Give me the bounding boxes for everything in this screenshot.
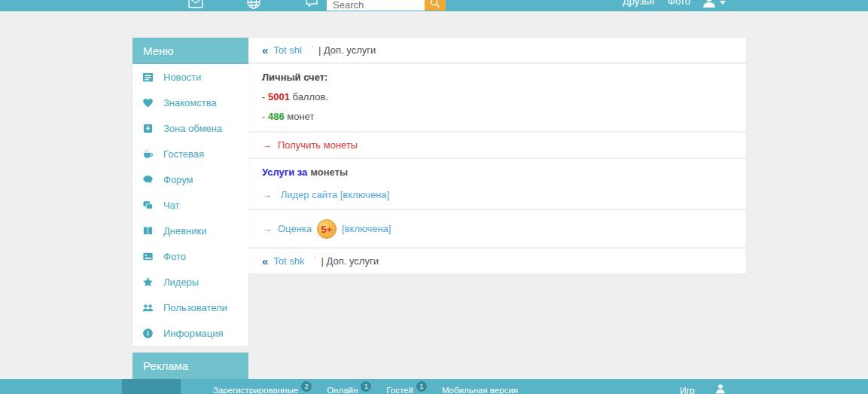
coins-value: 486 (268, 111, 285, 122)
sidebar-item-label: Лидеры (163, 276, 199, 288)
chat-bubble-icon[interactable] (304, 0, 321, 14)
footer-stat-registered[interactable]: Зарегистрированные 2 (213, 379, 312, 394)
chat-icon (142, 200, 155, 211)
services-title: Услуги замонеты (262, 166, 732, 179)
content-card: « Tot shl ` | Доп. услуги Личный счет: -… (248, 38, 746, 273)
sidebar-item-label: Гостевая (163, 148, 204, 160)
user-icon (702, 0, 716, 8)
sidebar-item-information[interactable]: Информация (132, 320, 248, 346)
sidebar-item-label: Фото (163, 251, 186, 262)
sidebar-item-label: Дневники (163, 225, 207, 237)
footer-stat-online[interactable]: Онлайн 1 (327, 379, 371, 394)
back-icon[interactable]: « (262, 44, 268, 57)
globe-icon[interactable] (245, 0, 262, 14)
sidebar-item-label: Пользователи (163, 302, 227, 313)
arrow-icon: → (262, 189, 272, 200)
sidebar-item-exchange[interactable]: Зона обмена (132, 115, 248, 141)
sidebar-item-users[interactable]: Пользователи (132, 295, 248, 320)
sidebar-item-guestbook[interactable]: Гостевая (132, 141, 248, 166)
account-title: Личный счет: (262, 72, 732, 84)
footer-games-link[interactable]: Игр (680, 386, 695, 394)
coin-services-section: Услуги замонеты → Лидер сайта [включена] (248, 159, 746, 210)
footer-stat-guests[interactable]: Гостей 1 (386, 379, 427, 394)
news-icon (142, 72, 155, 83)
site-leader-line: → Лидер сайта [включена] (262, 189, 732, 201)
count-badge: 1 (361, 381, 371, 392)
rating-status-link[interactable]: [включена] (342, 223, 391, 234)
search-button[interactable] (425, 0, 446, 11)
points-line: - 5001 баллов. (262, 91, 732, 103)
mail-icon[interactable] (187, 0, 204, 14)
sidebar-item-label: Знакомства (163, 97, 217, 108)
sidebar-item-forum[interactable]: Форум (132, 166, 248, 192)
breadcrumb-bottom: « Tot shk ` | Доп. услуги (248, 249, 746, 273)
sidebar-item-news[interactable]: Новости (132, 64, 248, 90)
rating-link[interactable]: Оценка (278, 223, 312, 234)
sidebar-item-label: Информация (163, 328, 224, 339)
footer-bar: Зарегистрированные 2 Онлайн 1 Гостей 1 М… (0, 379, 868, 394)
breadcrumb-mark: ` (314, 256, 317, 267)
magnifier-icon (430, 0, 440, 8)
personal-account-section: Личный счет: - 5001 баллов. - 486 монет (248, 64, 746, 133)
footer-mobile-version-link[interactable]: Мобильная версия (442, 379, 518, 394)
count-badge: 1 (416, 381, 427, 392)
arrow-icon: → (262, 139, 272, 151)
rating-section: → Оценка 5+ [включена] (248, 210, 746, 249)
sidebar-item-diaries[interactable]: Дневники (132, 218, 248, 243)
person-icon[interactable] (715, 383, 726, 394)
download-box-icon (142, 123, 155, 134)
footer-stats: Зарегистрированные 2 Онлайн 1 Гостей 1 М… (213, 379, 518, 394)
sidebar-item-chat[interactable]: Чат (132, 192, 248, 218)
breadcrumb-top: « Tot shl ` | Доп. услуги (248, 38, 746, 64)
open-book-icon (142, 225, 155, 237)
page-title: | Доп. услуги (321, 255, 379, 267)
topbar: Друзья Фото (0, 0, 868, 11)
star-icon (142, 276, 155, 288)
sidebar-item-label: Зона обмена (163, 123, 222, 134)
points-value: 5001 (268, 91, 290, 102)
search-form (327, 0, 446, 11)
sidebar-item-dating[interactable]: Знакомства (132, 90, 248, 115)
count-badge: 2 (301, 381, 312, 392)
profile-menu[interactable] (702, 0, 726, 8)
username-link[interactable]: Tot shk (273, 255, 304, 267)
coffee-cup-icon (142, 148, 155, 160)
chevron-down-icon (720, 1, 726, 5)
site-leader-link[interactable]: Лидер сайта [включена] (281, 189, 390, 200)
coins-line: - 486 монет (262, 111, 732, 123)
photos-link[interactable]: Фото (668, 0, 690, 7)
sidebar-item-label: Чат (163, 200, 180, 211)
arrow-icon: → (262, 223, 272, 234)
ads-title: Реклама (143, 359, 188, 372)
get-coins-section: → Получить монеты (248, 133, 746, 159)
page-title: | Доп. услуги (318, 44, 376, 56)
sidebar-menu: Новости Знакомства Зона обмена Гостевая … (132, 64, 248, 346)
info-icon (142, 328, 155, 339)
friends-link[interactable]: Друзья (623, 0, 654, 7)
sidebar-item-leaders[interactable]: Лидеры (132, 269, 248, 295)
menu-title: Меню (143, 44, 174, 57)
rating-5plus-badge: 5+ (317, 219, 337, 239)
footer-active-segment[interactable] (122, 379, 181, 394)
sidebar-item-label: Новости (163, 72, 201, 83)
username-link[interactable]: Tot shl (273, 44, 302, 56)
sidebar-item-label: Форум (163, 174, 193, 185)
menu-header: Меню (132, 38, 248, 64)
forum-icon (142, 174, 155, 185)
users-icon (142, 302, 155, 313)
search-input[interactable] (327, 0, 423, 11)
sidebar-item-photo[interactable]: Фото (132, 243, 248, 269)
back-icon[interactable]: « (262, 255, 268, 267)
ads-header: Реклама (132, 353, 248, 379)
get-coins-link[interactable]: Получить монеты (278, 139, 358, 151)
heart-icon (142, 97, 155, 108)
breadcrumb-mark: ` (311, 45, 314, 56)
photo-icon (142, 251, 155, 262)
